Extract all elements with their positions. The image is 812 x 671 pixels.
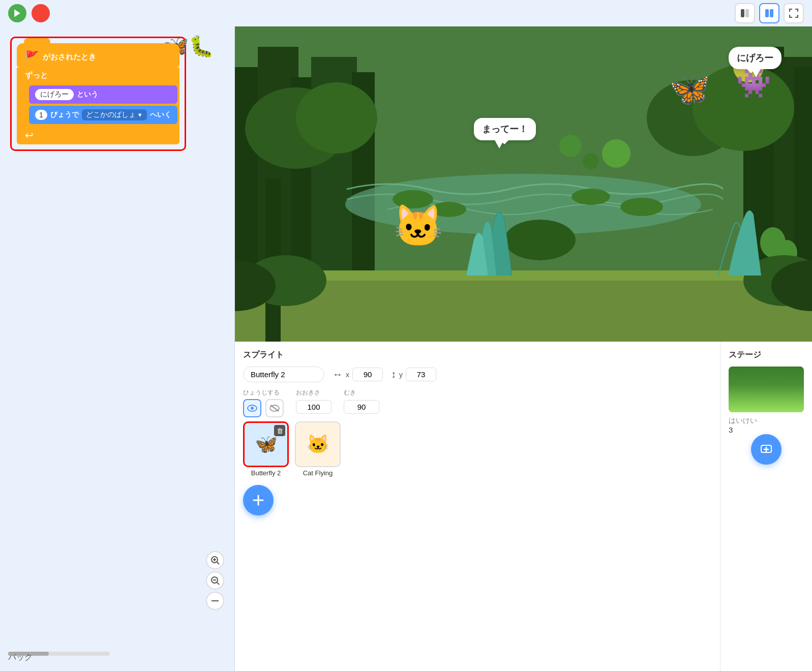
svg-rect-1 <box>741 9 744 17</box>
top-bar-left <box>8 4 50 22</box>
svg-line-11 <box>217 583 219 585</box>
delete-sprite-badge[interactable]: 🗑 <box>274 425 285 436</box>
green-flag-button[interactable] <box>8 4 26 22</box>
x-arrow-icon: ↔ <box>333 369 343 380</box>
svg-line-8 <box>217 562 219 564</box>
say-block[interactable]: にげろー という <box>29 85 177 104</box>
zoom-reset-button[interactable] <box>206 592 224 610</box>
code-highlight-box: 🚩 がおされたとき ずっと にげろー という <box>10 37 186 151</box>
svg-marker-0 <box>14 10 20 17</box>
forever-end-block: ↩ <box>17 126 179 144</box>
stage-panel-title: ステージ <box>729 350 804 360</box>
svg-rect-4 <box>770 9 773 17</box>
zoom-out-button[interactable] <box>206 571 224 590</box>
svg-point-30 <box>620 198 663 216</box>
speech-bubble-monster: にげろー <box>729 47 781 69</box>
sprite-panel-title: スプライト <box>243 350 712 360</box>
split-view-button[interactable] <box>759 3 779 23</box>
sprite-list: 🗑 🦋 Butterfly 2 🐱 Cat Flying <box>243 421 712 477</box>
stop-button[interactable] <box>32 4 50 22</box>
svg-rect-2 <box>745 9 749 17</box>
x-input[interactable] <box>352 368 383 381</box>
top-bar <box>0 0 812 26</box>
code-area: 🦋🐛 🚩 がおされたとき ずっと <box>0 26 235 671</box>
y-prop-group: ↕ y <box>391 368 436 381</box>
layout-view-button[interactable] <box>735 3 755 23</box>
add-backdrop-button[interactable] <box>751 434 781 465</box>
bottom-panel: スプライト ↔ x ↕ y <box>235 342 812 671</box>
svg-point-46 <box>602 139 630 168</box>
stage-canvas: 🐱 🦋 👾 まってー！ にげろー <box>235 26 812 342</box>
svg-point-31 <box>504 220 576 260</box>
sprite-name-input[interactable] <box>243 367 324 382</box>
forever-block[interactable]: ずっと <box>17 68 179 83</box>
svg-point-29 <box>572 189 610 205</box>
stage-side-panel: ステージ はいけい 3 <box>720 342 812 671</box>
visibility-size-dir-row: ひょうじする <box>243 388 712 417</box>
speech-bubble-cat: まってー！ <box>474 118 536 140</box>
butterfly-sprite[interactable]: 🦋 <box>669 70 710 108</box>
x-prop-group: ↔ x <box>333 368 383 381</box>
add-sprite-button[interactable] <box>243 485 274 515</box>
fullscreen-button[interactable] <box>784 3 804 23</box>
sprite-props-row: ↔ x ↕ y <box>243 367 712 382</box>
sprite-thumb-butterfly2[interactable]: 🗑 🦋 Butterfly 2 <box>243 421 289 477</box>
code-workspace: 🦋🐛 🚩 がおされたとき ずっと <box>0 26 234 640</box>
move-block[interactable]: 1 びょうで どこかのばしょ ▼ へいく <box>29 106 177 124</box>
visibility-group: ひょうじする <box>243 388 284 417</box>
y-arrow-icon: ↕ <box>391 369 396 380</box>
block-stack: 🚩 がおされたとき ずっと にげろー という <box>17 43 179 144</box>
move-dropdown[interactable]: どこかのばしょ ▼ <box>82 109 147 120</box>
sprite-thumb-label-butterfly2: Butterfly 2 <box>243 469 289 477</box>
backdrop-label: はいけい <box>729 416 804 425</box>
svg-point-44 <box>559 135 582 157</box>
direction-input[interactable] <box>344 400 379 414</box>
sprite-thumb-catflying[interactable]: 🐱 Cat Flying <box>295 421 341 477</box>
zoom-in-button[interactable] <box>206 551 224 569</box>
stage-thumbnail[interactable] <box>729 367 804 412</box>
y-input[interactable] <box>406 368 436 381</box>
hide-button[interactable] <box>265 399 284 417</box>
main-area: 🦋🐛 🚩 がおされたとき ずっと <box>0 26 812 671</box>
svg-point-48 <box>251 407 254 410</box>
top-bar-right <box>735 3 804 23</box>
show-button[interactable] <box>243 399 261 417</box>
stage-background <box>235 26 812 342</box>
sprite-panel: スプライト ↔ x ↕ y <box>235 342 720 671</box>
hat-block[interactable]: 🚩 がおされたとき <box>17 43 179 68</box>
sprite-thumb-label-catflying: Cat Flying <box>295 469 341 477</box>
pack-label: パック <box>8 652 33 663</box>
size-input[interactable] <box>296 400 332 414</box>
svg-point-23 <box>296 82 377 154</box>
svg-point-45 <box>583 153 599 169</box>
svg-rect-3 <box>765 9 769 17</box>
cat-sprite[interactable]: 🐱 <box>393 202 443 250</box>
direction-group: むき <box>344 388 379 414</box>
zoom-controls <box>206 551 224 610</box>
size-group: おおきさ <box>296 388 332 414</box>
backdrop-number: 3 <box>729 425 804 434</box>
right-area: 🐱 🦋 👾 まってー！ にげろー スプライト <box>235 26 812 671</box>
